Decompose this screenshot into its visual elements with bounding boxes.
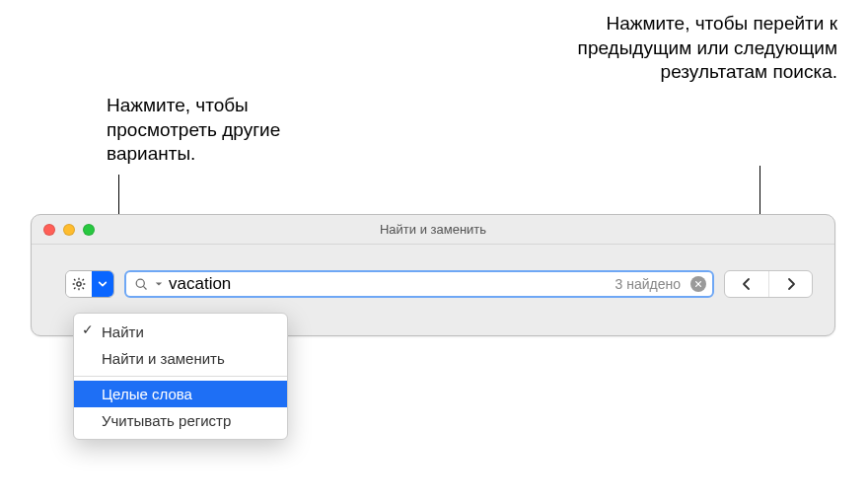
minimize-window-button[interactable] <box>63 224 75 236</box>
menu-item-label: Учитывать регистр <box>102 412 231 429</box>
menu-item-find[interactable]: Найти <box>74 319 287 345</box>
svg-point-1 <box>136 279 144 287</box>
search-icon <box>134 277 149 292</box>
menu-item-label: Найти и заменить <box>102 350 225 367</box>
callout-nav: Нажмите, чтобы перейти к предыдущим или … <box>542 12 837 85</box>
find-toolbar: 3 найдено <box>32 245 834 298</box>
menu-item-whole-words[interactable]: Целые слова <box>74 381 287 407</box>
menu-item-find-replace[interactable]: Найти и заменить <box>74 345 287 372</box>
callout-options: Нажмите, чтобы просмотреть другие вариан… <box>107 94 363 167</box>
find-options-menu: Найти Найти и заменить Целые слова Учиты… <box>73 313 288 440</box>
panel-title: Найти и заменить <box>32 222 834 237</box>
results-count-label: 3 найдено <box>615 276 682 292</box>
menu-item-label: Найти <box>102 323 144 340</box>
result-nav-group <box>724 270 813 298</box>
search-input[interactable] <box>169 274 610 294</box>
find-settings-button[interactable] <box>65 270 114 298</box>
gear-icon <box>66 271 92 297</box>
titlebar: Найти и заменить <box>32 215 834 245</box>
clear-search-button[interactable] <box>690 276 706 292</box>
zoom-window-button[interactable] <box>83 224 95 236</box>
previous-result-button[interactable] <box>725 271 768 297</box>
search-history-dropdown-icon[interactable] <box>155 280 163 288</box>
close-window-button[interactable] <box>43 224 55 236</box>
menu-separator <box>74 376 287 377</box>
next-result-button[interactable] <box>768 271 812 297</box>
window-controls <box>43 224 95 236</box>
menu-item-match-case[interactable]: Учитывать регистр <box>74 407 287 434</box>
menu-item-label: Целые слова <box>102 386 192 402</box>
chevron-down-icon <box>92 271 113 297</box>
svg-point-0 <box>77 282 81 286</box>
search-field-wrap: 3 найдено <box>124 270 714 298</box>
